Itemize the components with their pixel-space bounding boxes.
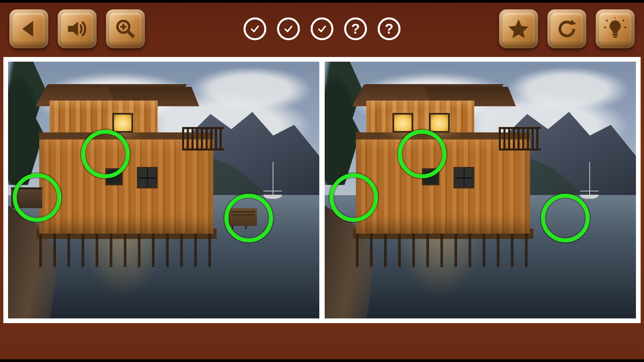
check-icon [283, 23, 294, 35]
game-area [3, 57, 641, 323]
question-mark: ? [351, 22, 360, 36]
lightbulb-icon [604, 18, 626, 40]
sound-button[interactable] [58, 9, 97, 48]
star-icon [507, 18, 530, 40]
svg-marker-0 [22, 21, 33, 36]
favorite-button[interactable] [499, 9, 538, 48]
zoom-button[interactable] [106, 9, 145, 48]
check-icon [316, 23, 328, 35]
svg-marker-7 [570, 20, 576, 24]
back-button[interactable] [9, 9, 48, 48]
toolbar-right-group [499, 9, 635, 48]
question-mark: ? [385, 22, 393, 36]
top-toolbar: ?? [0, 8, 644, 50]
progress-tracker: ?? [244, 17, 400, 40]
progress-slot-3 [311, 17, 333, 40]
svg-rect-8 [613, 34, 618, 35]
svg-marker-1 [68, 22, 78, 36]
refresh-icon [556, 18, 578, 40]
triangle-left-icon [18, 18, 40, 40]
hint-button[interactable] [596, 9, 635, 48]
svg-line-3 [127, 31, 134, 37]
progress-slot-5: ? [378, 17, 400, 40]
svg-rect-9 [613, 36, 617, 38]
speaker-icon [66, 18, 88, 40]
left-image-panel[interactable] [8, 62, 319, 318]
svg-line-12 [623, 20, 624, 21]
svg-marker-6 [509, 20, 528, 38]
reload-button[interactable] [547, 9, 586, 48]
letterbox-bottom [0, 359, 644, 362]
letterbox-top [0, 0, 644, 3]
progress-slot-1 [244, 17, 266, 40]
progress-slot-4: ? [344, 17, 367, 40]
right-image-panel[interactable] [325, 62, 636, 318]
check-icon [249, 23, 261, 35]
toolbar-left-group [9, 9, 145, 48]
progress-slot-2 [277, 17, 300, 40]
magnifier-plus-icon [114, 18, 137, 40]
svg-line-11 [606, 20, 607, 21]
